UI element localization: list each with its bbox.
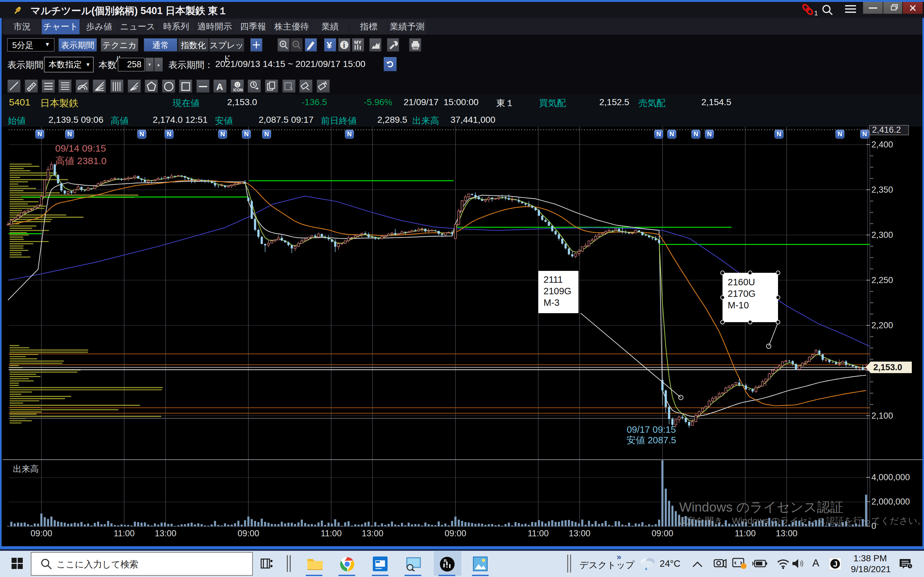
svg-text:N: N (777, 131, 781, 137)
svg-text:N: N (37, 131, 42, 137)
svg-text:2,153.0: 2,153.0 (873, 363, 902, 372)
svg-text:4,000,000: 4,000,000 (871, 472, 910, 482)
svg-text:M-10: M-10 (728, 300, 749, 310)
svg-text:11:00: 11:00 (735, 529, 756, 538)
svg-text:N: N (707, 131, 712, 137)
svg-text:N: N (67, 131, 72, 137)
svg-text:2170G: 2170G (728, 288, 756, 299)
svg-text:N: N (220, 131, 225, 137)
svg-text:11:00: 11:00 (320, 529, 342, 538)
svg-text:13:00: 13:00 (569, 529, 591, 538)
svg-text:出来高: 出来高 (13, 464, 39, 474)
svg-text:N: N (167, 131, 171, 137)
svg-text:09:00: 09:00 (652, 529, 674, 538)
svg-text:09/17 09:15: 09/17 09:15 (627, 424, 676, 435)
svg-text:2,416.2: 2,416.2 (872, 125, 901, 135)
svg-text:09:00: 09:00 (31, 529, 52, 538)
svg-text:2,200: 2,200 (871, 321, 893, 330)
svg-text:13:00: 13:00 (776, 529, 798, 538)
svg-text:09/14 09:15: 09/14 09:15 (55, 143, 106, 153)
svg-text:2,250: 2,250 (871, 276, 893, 285)
svg-text:N: N (140, 131, 144, 137)
svg-text:2,300: 2,300 (871, 230, 893, 240)
svg-text:2109G: 2109G (543, 286, 572, 296)
svg-text:安値 2087.5: 安値 2087.5 (627, 435, 676, 445)
svg-text:N: N (656, 131, 661, 137)
svg-text:09:00: 09:00 (237, 529, 259, 538)
svg-text:2,100: 2,100 (871, 411, 893, 421)
svg-text:N: N (347, 131, 352, 137)
svg-text:Windows のライセンス認証: Windows のライセンス認証 (679, 500, 843, 514)
svg-text:2,400: 2,400 (871, 140, 893, 149)
svg-text:11:00: 11:00 (528, 529, 549, 538)
svg-text:N: N (694, 131, 698, 137)
svg-text:M-3: M-3 (543, 298, 559, 308)
svg-text:09:00: 09:00 (445, 529, 467, 538)
svg-text:N: N (244, 131, 249, 137)
svg-text:11:00: 11:00 (113, 529, 135, 538)
svg-text:J: J (833, 560, 837, 568)
svg-text:N: N (264, 131, 269, 137)
svg-text:2160U: 2160U (728, 277, 755, 287)
svg-text:2,350: 2,350 (871, 185, 893, 195)
svg-text:高値 2381.0: 高値 2381.0 (55, 155, 107, 166)
svg-text:13:00: 13:00 (155, 529, 176, 538)
svg-text:2,000,000: 2,000,000 (871, 497, 910, 506)
svg-text:2111: 2111 (543, 274, 563, 285)
svg-text:N: N (863, 131, 867, 137)
svg-text:N: N (670, 131, 674, 137)
svg-text:設定を開き、Windows のライセンス認証を行ってください: 設定を開き、Windows のライセンス認証を行ってください。 (678, 516, 924, 526)
svg-text:13:00: 13:00 (362, 529, 383, 538)
svg-text:N: N (838, 131, 842, 137)
